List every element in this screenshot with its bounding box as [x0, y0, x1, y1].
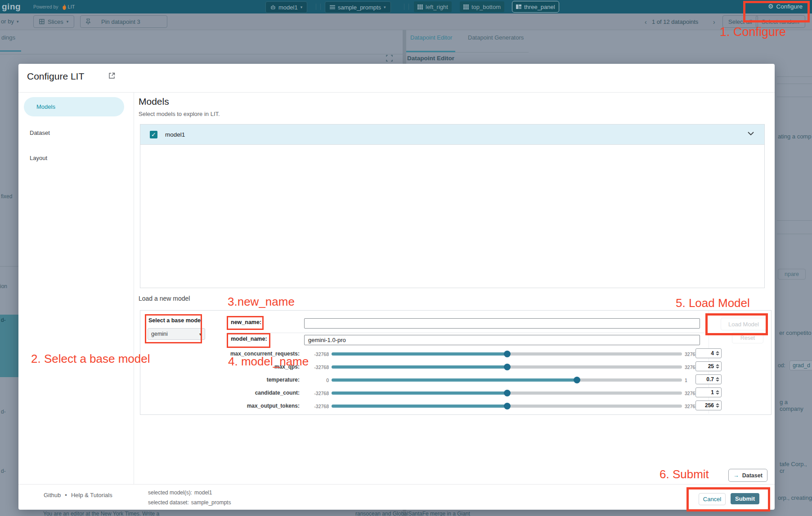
annotation-2-base-model: 2. Select a base model	[31, 352, 150, 366]
slider-fill	[332, 391, 507, 395]
stepper-icon[interactable]	[716, 377, 719, 382]
stepper-icon[interactable]	[716, 390, 719, 395]
value-spinner[interactable]: 25	[695, 361, 722, 371]
divider	[408, 4, 409, 10]
chevron-down-icon[interactable]	[748, 132, 754, 135]
reset-label: Reset	[740, 335, 755, 341]
spinner-value: 25	[708, 363, 714, 369]
slider-handle[interactable]	[504, 403, 511, 409]
bg-divider	[777, 76, 812, 77]
bg-row-label: d-	[1, 468, 6, 474]
nav-item-dataset[interactable]: Dataset	[30, 129, 50, 136]
annotation-box-base-model	[145, 314, 202, 343]
annotation-box-configure	[743, 1, 810, 22]
slider-handle[interactable]	[504, 351, 511, 357]
spinner-value: 4	[711, 350, 714, 356]
selected-dataset-label: selected dataset:	[148, 499, 189, 506]
value-spinner[interactable]: 1	[695, 387, 722, 397]
annotation-box-model-name	[227, 333, 270, 348]
chevron-down-icon: ▾	[384, 5, 386, 9]
slider-track[interactable]	[332, 405, 682, 408]
slider-min: -32768	[302, 391, 329, 396]
screen: ging Powered by LIT model1 ▾ sample_prom…	[0, 0, 812, 516]
slider-label: candidate_count:	[167, 390, 300, 396]
slices-button[interactable]: Slices ▾	[33, 15, 74, 28]
bg-tab-datapoint-editor[interactable]: Datapoint Editor	[410, 34, 452, 41]
stepper-icon[interactable]	[716, 351, 719, 356]
expand-icon[interactable]	[386, 55, 393, 62]
help-tutorials-link[interactable]: Help & Tutorials	[71, 492, 112, 498]
footer-divider	[18, 484, 775, 485]
value-spinner[interactable]: 256	[695, 400, 722, 410]
prev-datapoint-button[interactable]: ‹	[645, 18, 647, 26]
layout-button-top-bottom[interactable]: top_bottom	[460, 1, 504, 12]
bg-left-tab[interactable]: dings	[1, 34, 15, 41]
models-list: ✓ model1	[140, 124, 765, 288]
layout-button-three-panel[interactable]: three_panel	[512, 1, 559, 13]
bg-field-chip: grad_d	[790, 360, 812, 370]
next-datapoint-button[interactable]: ›	[713, 18, 715, 26]
model-checkbox[interactable]: ✓	[150, 131, 157, 138]
new-name-input[interactable]	[304, 318, 700, 329]
bg-row-label: fixed	[1, 193, 12, 200]
model-row-model1[interactable]: ✓ model1	[140, 125, 764, 145]
slider-handle[interactable]	[504, 364, 511, 370]
slider-fill	[332, 352, 507, 356]
github-link[interactable]: Github	[44, 492, 61, 498]
value-spinner[interactable]: 0.7	[695, 374, 722, 384]
bg-panel-title: Datapoint Editor	[407, 55, 454, 62]
bg-row-label: d-	[1, 317, 6, 323]
slider-row-temperature: temperature: 0 1 0.7	[167, 374, 720, 386]
selected-model-line: selected model(s): model1	[148, 489, 212, 496]
annotation-box-submit	[686, 487, 770, 512]
slider-min: 0	[302, 378, 329, 383]
external-link-icon[interactable]	[108, 72, 115, 79]
dialog-header-divider	[18, 92, 775, 93]
value-spinner[interactable]: 4	[695, 348, 722, 358]
slider-handle[interactable]	[574, 377, 580, 383]
grid-icon	[463, 4, 469, 9]
app-logo: ging	[2, 2, 21, 12]
layout-button-left-right[interactable]: left_right	[414, 1, 452, 12]
slider-handle[interactable]	[504, 390, 511, 396]
goto-dataset-button[interactable]: → Dataset	[728, 469, 767, 482]
powered-by-label: Powered by	[33, 4, 58, 9]
bg-divider	[777, 234, 812, 234]
selected-dataset-value[interactable]: sample_prompts	[191, 499, 231, 506]
configure-lit-dialog: Configure LIT Models Dataset Layout Mode…	[18, 64, 775, 510]
bg-snippet: er competito	[779, 329, 812, 336]
dot-separator: •	[65, 492, 67, 498]
slider-fill	[332, 405, 507, 408]
slider-track[interactable]	[332, 365, 682, 369]
lit-label: LIT	[68, 4, 75, 9]
color-by-button[interactable]: or by ▾	[1, 18, 18, 25]
pagination-label: 1 of 12 datapoints	[652, 18, 698, 25]
divider	[404, 4, 404, 10]
annotation-6-submit: 6. Submit	[659, 467, 709, 481]
nav-item-layout[interactable]: Layout	[30, 155, 47, 161]
footer-links: Github • Help & Tutorials	[44, 492, 112, 498]
slider-track[interactable]	[332, 378, 682, 382]
model-selector-button[interactable]: model1 ▾	[265, 1, 307, 13]
field-divider	[227, 333, 704, 333]
dataset-selector-button[interactable]: sample_prompts ▾	[325, 1, 391, 13]
nav-item-models[interactable]: Models	[24, 97, 124, 116]
slider-track[interactable]	[332, 391, 682, 395]
annotation-4-model-name: 4. model_name	[228, 355, 309, 369]
bg-tab-datapoint-generators[interactable]: Datapoint Generators	[468, 34, 524, 41]
stepper-icon[interactable]	[716, 403, 719, 408]
bg-snippet: g a company	[780, 399, 812, 412]
bg-table-cell-text: ransocean and GlobalSantaFe merge in a G…	[355, 511, 470, 516]
slider-track[interactable]	[332, 352, 682, 356]
slices-label: Slices	[48, 18, 63, 25]
model-name-input[interactable]	[304, 335, 700, 345]
selected-model-value[interactable]: model1	[194, 489, 212, 496]
stepper-icon[interactable]	[716, 364, 719, 369]
annotation-1-configure: 1. Configure	[720, 25, 786, 39]
dialog-title: Configure LIT	[27, 71, 84, 82]
pin-datapoint-button[interactable]: Pin datapoint 3	[80, 15, 167, 28]
bg-field-label: od:	[778, 362, 785, 369]
bg-divider	[777, 97, 812, 97]
annotation-3-new-name: 3.new_name	[228, 295, 295, 309]
annotation-5-load-model: 5. Load Model	[676, 296, 750, 310]
